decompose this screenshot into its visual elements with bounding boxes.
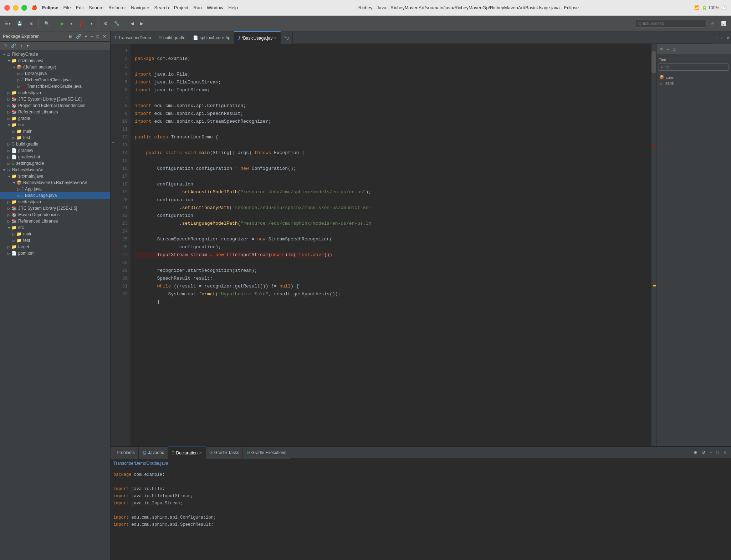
tree-item-richey-maven[interactable]: ▾ 🗂 RicheyMavenArt bbox=[0, 167, 110, 173]
tree-item-basicusage[interactable]: ▷ J BasicUsage.java bbox=[0, 192, 110, 199]
tree-item-ref-libs-2[interactable]: ▷ 📚 Referenced Libraries bbox=[0, 218, 110, 224]
prev-btn[interactable]: ◀ bbox=[128, 20, 136, 27]
source-menu[interactable]: Source bbox=[89, 5, 103, 10]
quick-access-input[interactable] bbox=[635, 20, 706, 27]
right-tree-item-com[interactable]: 📦 com. bbox=[658, 74, 730, 80]
tree-item-ref-libs-1[interactable]: ▷ 📚 Referenced Libraries bbox=[0, 109, 110, 115]
new-item-btn[interactable]: + bbox=[19, 43, 24, 49]
refactor-menu[interactable]: Refactor bbox=[108, 5, 126, 10]
eclipse-menu[interactable]: Eclipse bbox=[42, 5, 58, 10]
window-menu[interactable]: Window bbox=[207, 5, 223, 10]
tree-item-test[interactable]: ▷ 📁 test bbox=[0, 134, 110, 141]
file-menu[interactable]: File bbox=[63, 5, 71, 10]
debug-button[interactable]: 🐞 bbox=[76, 20, 87, 27]
tab-sphinx4[interactable]: 📄 sphinx4-core-5p bbox=[189, 31, 234, 44]
navigate-menu[interactable]: Navigate bbox=[131, 5, 149, 10]
tab-build-gradle[interactable]: G build.gradle bbox=[155, 31, 189, 44]
tree-item-transcriber-gradle[interactable]: ▷ ⚠ TranscriberDemoGradle.java bbox=[0, 83, 110, 90]
tools-btn[interactable]: 🔧 bbox=[112, 20, 122, 27]
debug-dropdown[interactable]: ▾ bbox=[88, 20, 95, 27]
bottom-sync-btn[interactable]: ↺ bbox=[700, 449, 707, 456]
bottom-settings-btn[interactable]: ⚙ bbox=[692, 449, 699, 456]
tab-gradle-exec[interactable]: G Gradle Executions bbox=[243, 447, 290, 459]
code-content[interactable]: package com.example; import java.io.File… bbox=[131, 44, 651, 446]
run-menu[interactable]: Run bbox=[193, 5, 202, 10]
tab-gradle-tasks[interactable]: G Gradle Tasks bbox=[206, 447, 243, 459]
run-dropdown[interactable]: ▾ bbox=[68, 20, 75, 27]
tab-declaration[interactable]: D Declaration ✕ bbox=[168, 447, 206, 459]
perspective-btn[interactable]: 🗗 bbox=[708, 20, 717, 27]
gutter-3[interactable]: − bbox=[111, 60, 116, 68]
tree-item-src-test-2[interactable]: ▷ 📁 src/test/java bbox=[0, 199, 110, 205]
tree-item-library[interactable]: ▷ J Library.java bbox=[0, 70, 110, 77]
tree-item-default-pkg[interactable]: ▾ 📦 (default package) bbox=[0, 64, 110, 70]
tree-item-main-2[interactable]: ▷ 📁 main bbox=[0, 231, 110, 237]
filter-btn[interactable]: ▾ bbox=[25, 43, 30, 49]
tab-javadoc[interactable]: @ Javadoc bbox=[139, 447, 168, 459]
build-button[interactable]: ⚙ bbox=[101, 20, 110, 27]
apple-menu[interactable]: 🍎 bbox=[31, 5, 37, 10]
bottom-max-btn[interactable]: □ bbox=[715, 449, 720, 456]
tree-item-gradlew-bat[interactable]: ▷ 📄 gradlew.bat bbox=[0, 154, 110, 160]
print-button[interactable]: 🖨 bbox=[26, 20, 36, 27]
collapse-btn[interactable]: ⊟ bbox=[68, 34, 73, 39]
run-button[interactable]: ▶ bbox=[58, 20, 66, 27]
right-panel-btn-3[interactable]: □ bbox=[672, 46, 676, 52]
save-button[interactable]: 💾 bbox=[15, 20, 25, 27]
bottom-close-btn[interactable]: ✕ bbox=[722, 449, 728, 456]
tree-item-main[interactable]: ▷ 📁 main bbox=[0, 128, 110, 134]
tab-overflow[interactable]: »3 bbox=[281, 31, 292, 44]
edit-menu[interactable]: Edit bbox=[76, 5, 83, 10]
tree-item-richeymavenart-pkg[interactable]: ▾ 📦 RicheyMavenGp.RicheyMavenArt bbox=[0, 179, 110, 186]
tree-item-app-java[interactable]: ▷ J App.java bbox=[0, 186, 110, 192]
tree-item-ext-deps[interactable]: ▷ 📚 Project and External Dependencies bbox=[0, 102, 110, 109]
find-input[interactable] bbox=[659, 63, 729, 71]
right-panel-btn-2[interactable]: − bbox=[666, 46, 670, 52]
tree-item-richeygradle[interactable]: ▾ 🗂 RicheyGradle bbox=[0, 51, 110, 57]
close-panel-btn[interactable]: ✕ bbox=[102, 34, 107, 39]
editor-min-btn[interactable]: − bbox=[715, 35, 719, 41]
editor-max-btn[interactable]: □ bbox=[721, 35, 725, 41]
next-btn[interactable]: ▶ bbox=[138, 20, 146, 27]
tree-item-jre-lib-2[interactable]: ▷ 📚 JRE System Library [J2SE-1.5] bbox=[0, 205, 110, 212]
tab-transcriber-demo[interactable]: T TranscriberDemo bbox=[111, 31, 155, 44]
tree-item-target[interactable]: ▷ 📁 target bbox=[0, 244, 110, 250]
link-editor-btn[interactable]: 🔗 bbox=[10, 43, 17, 49]
tree-item-src-2[interactable]: ▾ 📁 src bbox=[0, 224, 110, 231]
tree-item-jre-lib[interactable]: ▷ 📚 JRE System Library [JavaSE-1.8] bbox=[0, 96, 110, 102]
menu-btn[interactable]: ▾ bbox=[84, 34, 88, 39]
tree-item-pom[interactable]: ▷ 📄 pom.xml bbox=[0, 250, 110, 256]
minimize-button[interactable] bbox=[13, 5, 19, 11]
tree-item-gradle-folder[interactable]: ▷ 📁 gradle bbox=[0, 115, 110, 122]
tree-item-gradlew[interactable]: ▷ 📄 gradlew bbox=[0, 147, 110, 154]
maximize-button[interactable] bbox=[21, 5, 27, 11]
min-panel-btn[interactable]: − bbox=[90, 34, 94, 39]
right-tree-item-trans[interactable]: G Trans bbox=[658, 80, 730, 86]
tree-item-maven-deps[interactable]: ▷ 📚 Maven Dependencies bbox=[0, 212, 110, 218]
editor-scrollbar[interactable] bbox=[651, 44, 656, 446]
tab-close-icon[interactable]: ✕ bbox=[274, 36, 277, 40]
collapse-all-btn[interactable]: ⊟ bbox=[2, 43, 8, 49]
bottom-min-btn[interactable]: − bbox=[708, 449, 714, 456]
tree-item-test-2[interactable]: ▷ 📁 test bbox=[0, 237, 110, 244]
search-menu[interactable]: Search bbox=[154, 5, 169, 10]
right-panel-btn-1[interactable]: ✕ bbox=[659, 46, 664, 52]
tree-item-richeyclass[interactable]: ▷ J RicheyGradleClass.java bbox=[0, 77, 110, 83]
editor-close-btn[interactable]: ✕ bbox=[725, 35, 731, 41]
search-toolbar-btn[interactable]: 🔍 bbox=[42, 20, 52, 27]
new-button[interactable]: ☰▾ bbox=[2, 20, 13, 27]
tree-item-src-main-java[interactable]: ▾ 📁 src/main/java bbox=[0, 57, 110, 64]
gutter-13[interactable]: − bbox=[111, 138, 116, 146]
max-panel-btn[interactable]: □ bbox=[96, 34, 100, 39]
declaration-tab-close[interactable]: ✕ bbox=[199, 451, 202, 455]
tree-item-src-folder[interactable]: ▾ 📁 src bbox=[0, 122, 110, 128]
tree-item-src-main-java-2[interactable]: ▾ 📁 src/main/java bbox=[0, 173, 110, 179]
help-menu[interactable]: Help bbox=[228, 5, 238, 10]
project-menu[interactable]: Project bbox=[174, 5, 188, 10]
tab-basic-usage[interactable]: J *BasicUsage.jav ✕ bbox=[234, 31, 281, 44]
window-controls[interactable] bbox=[4, 5, 27, 11]
tab-problems[interactable]: ! Problems bbox=[111, 447, 139, 459]
close-button[interactable] bbox=[4, 5, 10, 11]
link-btn[interactable]: 🔗 bbox=[75, 34, 82, 39]
view-btn[interactable]: 📊 bbox=[719, 20, 729, 27]
